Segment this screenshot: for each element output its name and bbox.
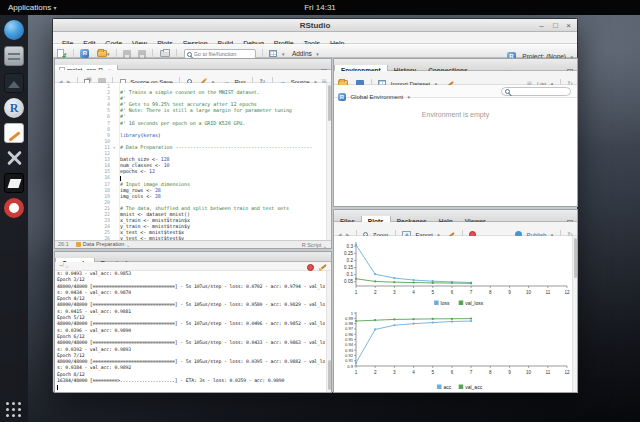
interrupt-icon[interactable] (307, 264, 314, 271)
editor-scrollbar[interactable] (326, 83, 331, 240)
loss-chart: 0.050.10.150.20.250.3123456789101112loss… (336, 238, 572, 308)
divider (73, 49, 74, 58)
file-type-selector[interactable]: R Script ⌄ (302, 242, 327, 249)
divider (116, 49, 117, 58)
svg-text:5: 5 (431, 290, 434, 295)
print-icon[interactable] (160, 50, 170, 57)
console-scrollbar[interactable] (326, 271, 331, 392)
svg-text:0.2: 0.2 (347, 258, 354, 263)
minimize-button[interactable]: – (536, 21, 547, 31)
chevron-down-icon[interactable]: ▾ (282, 51, 285, 57)
plots-pane: FilesPlotsPackagesHelpViewer ◂ ▸ Zoom Ex… (333, 209, 578, 393)
editor-statusbar: 26:1 Data Preparation ⌄ R Script ⌄ (55, 240, 331, 248)
image-viewer-icon[interactable] (4, 73, 24, 93)
svg-text:10: 10 (526, 290, 532, 295)
working-directory[interactable]: ~/ (59, 262, 64, 268)
save-icon[interactable] (123, 50, 131, 58)
console-tabbar: ConsoleTerminal× (55, 252, 331, 262)
svg-text:0.1: 0.1 (347, 272, 354, 277)
contrast-app-icon[interactable] (4, 173, 24, 193)
svg-text:0.99: 0.99 (345, 316, 354, 321)
svg-text:0.95: 0.95 (345, 337, 354, 342)
environment-search-box[interactable] (501, 87, 571, 96)
close-button[interactable]: × (563, 21, 574, 31)
goto-file-function-input[interactable] (194, 50, 254, 58)
accuracy-chart: 0.90.910.920.930.940.950.960.970.980.991… (336, 308, 572, 392)
lifebuoy-icon[interactable] (4, 198, 24, 218)
svg-text:0.93: 0.93 (345, 348, 354, 353)
console-line: 48000/48000 [===========================… (57, 321, 325, 327)
browser-icon[interactable] (4, 20, 24, 40)
open-file-icon[interactable] (97, 50, 107, 57)
console-actions (307, 263, 327, 271)
tools-icon[interactable] (4, 148, 24, 168)
environment-tabbar: EnvironmentHistoryConnections (334, 59, 577, 71)
file-manager-icon[interactable] (4, 46, 24, 66)
new-file-icon[interactable] (57, 49, 64, 58)
console-header: ~/ ⌂ (55, 262, 331, 271)
app-grid-icon[interactable] (4, 400, 24, 420)
text-editor-icon[interactable] (4, 123, 24, 143)
rstudio-window: RStudio – □ × FileEditCodeViewPlotsSessi… (52, 18, 578, 393)
environment-scope-selector[interactable]: Global Environment (350, 94, 403, 100)
svg-text:val_loss: val_loss (465, 300, 484, 306)
chevron-down-icon[interactable]: ▾ (316, 51, 319, 57)
maximize-button[interactable]: □ (550, 21, 561, 31)
search-icon (187, 52, 192, 57)
section-selector[interactable]: Data Preparation (83, 241, 125, 247)
svg-text:2: 2 (374, 290, 377, 295)
svg-text:4: 4 (412, 290, 415, 295)
open-folder-arrow-icon[interactable]: ⌂ (65, 263, 68, 269)
svg-text:8: 8 (489, 290, 492, 295)
svg-text:0.3: 0.3 (347, 244, 354, 249)
svg-text:10: 10 (526, 370, 532, 375)
svg-text:5: 5 (431, 370, 434, 375)
svg-text:0.92: 0.92 (345, 353, 354, 358)
svg-text:0.05: 0.05 (344, 279, 353, 284)
cursor-position: 26:1 (58, 241, 69, 247)
svg-text:0.98: 0.98 (345, 321, 354, 326)
svg-text:0.96: 0.96 (345, 332, 354, 337)
svg-text:9: 9 (508, 290, 511, 295)
chevron-down-icon: ⌄ (323, 243, 327, 249)
svg-text:1: 1 (355, 370, 358, 375)
divider (152, 49, 153, 58)
global-env-icon: R (338, 93, 346, 101)
svg-text:0.91: 0.91 (345, 358, 354, 363)
svg-text:3: 3 (393, 370, 396, 375)
svg-text:11: 11 (545, 370, 550, 375)
svg-text:2: 2 (374, 370, 377, 375)
svg-text:0.25: 0.25 (344, 251, 353, 256)
environment-toolbar: Import Dataset ▾ ≣ List ▾ ↻ (334, 71, 577, 85)
search-icon (505, 89, 510, 94)
window-title: RStudio (53, 19, 577, 32)
source-pane: R mnist_cnn.R × ◂ ▸ Source on Save ▾ → R… (54, 58, 332, 249)
window-titlebar[interactable]: RStudio – □ × (53, 19, 577, 32)
console-output[interactable]: s: 0.0493 - val_acc: 0.9853Epoch 3/12480… (57, 271, 325, 390)
addins-grid-icon[interactable] (269, 50, 277, 57)
plot-display-area: 0.050.10.150.20.250.3123456789101112loss… (334, 236, 577, 392)
svg-text:loss: loss (441, 300, 450, 306)
r-app-icon[interactable]: R (4, 98, 24, 118)
editor-content[interactable]: 1 2 #' Trains a simple convnet on the MN… (55, 83, 331, 240)
svg-text:0.97: 0.97 (345, 326, 354, 331)
addins-button[interactable]: Addins (292, 50, 312, 57)
environment-pane: EnvironmentHistoryConnections Import Dat… (333, 58, 578, 207)
svg-text:11: 11 (545, 290, 550, 295)
svg-text:6: 6 (451, 290, 454, 295)
dock: R (0, 15, 28, 422)
console-line: 48000/48000 [===========================… (57, 340, 325, 346)
clear-console-icon[interactable] (319, 263, 327, 271)
svg-text:12: 12 (564, 370, 570, 375)
chevron-down-icon: ⌄ (126, 242, 130, 248)
system-clock[interactable]: Fri 14:31 (0, 3, 640, 12)
chevron-down-icon[interactable]: ▾ (408, 94, 411, 100)
svg-text:3: 3 (393, 290, 396, 295)
chevron-down-icon[interactable]: ▾ (107, 51, 110, 57)
plots-scrollbar[interactable] (572, 236, 577, 392)
save-all-icon[interactable] (138, 50, 146, 58)
new-project-icon[interactable]: R (80, 49, 89, 58)
svg-text:12: 12 (564, 290, 570, 295)
environment-empty-message: Environment is empty (334, 111, 577, 118)
svg-text:1: 1 (351, 311, 354, 316)
